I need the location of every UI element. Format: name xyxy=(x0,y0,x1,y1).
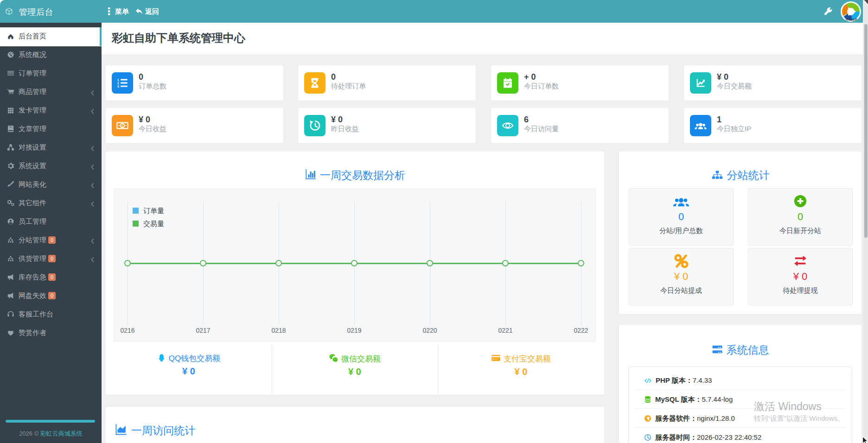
svg-text:2: 2 xyxy=(117,82,119,85)
svg-text:1: 1 xyxy=(121,124,123,127)
svg-text:1: 1 xyxy=(117,78,119,82)
svg-text:3: 3 xyxy=(117,85,119,88)
svg-text:腾讯视频: 腾讯视频 xyxy=(845,18,858,22)
